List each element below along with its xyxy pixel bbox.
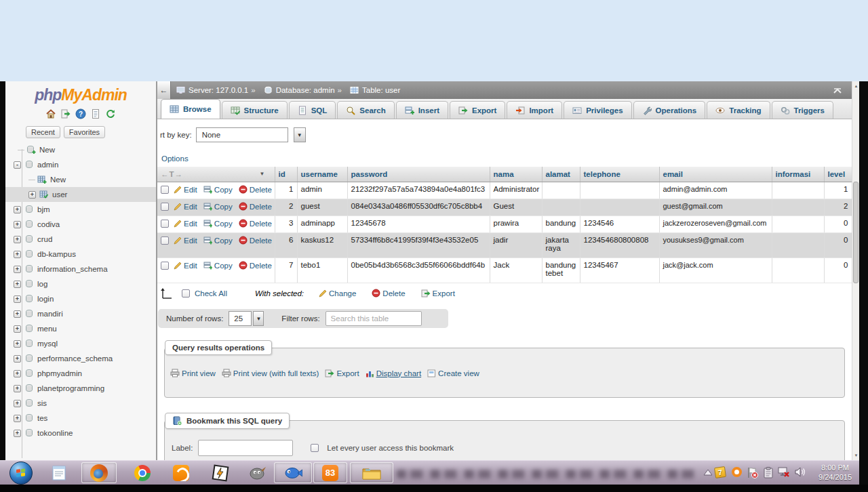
column-header-email[interactable]: email [659,167,772,182]
tab-structure[interactable]: Structure [222,101,288,119]
taskbar-explorer-button[interactable] [350,462,393,483]
reorder-handle-icon[interactable]: ←T→ [161,170,183,178]
row-checkbox[interactable] [161,203,169,211]
change-link[interactable]: Change [319,289,356,298]
number-of-rows-select[interactable]: 25 [229,311,252,326]
favorites-button[interactable]: Favorites [64,126,105,138]
tab-triggers[interactable]: Triggers [772,101,833,119]
tray-clipboard-icon[interactable] [763,467,774,478]
tree-item-db-login[interactable]: +login [5,291,156,306]
expand-expander-icon[interactable]: + [14,325,21,333]
tab-tracking[interactable]: Tracking [707,101,770,119]
tree-item-db-db-kampus[interactable]: +db-kampus [5,247,156,262]
expand-expander-icon[interactable]: + [14,251,21,258]
column-header-informasi[interactable]: informasi [772,167,824,182]
phpmyadmin-logo[interactable]: phpMyAdmin [5,81,156,104]
copy-link[interactable]: Copy [203,220,233,228]
tray-network-icon[interactable] [778,467,790,478]
breadcrumb-server[interactable]: Server: 127.0.0.1 [176,86,248,94]
bookmark-label-input[interactable] [198,440,293,456]
docs-icon[interactable] [90,108,101,119]
column-header-alamat[interactable]: alamat [542,167,580,182]
collapse-panel-icon[interactable] [833,87,842,94]
edit-link[interactable]: Edit [174,186,197,194]
sort-desc-icon[interactable]: ▼ [260,171,265,177]
row-checkbox[interactable] [161,237,169,245]
tree-item-db-codiva[interactable]: +codiva [5,217,156,232]
delete-link[interactable]: Delete [239,237,272,245]
tree-item-db-admin[interactable]: - admin [5,157,156,172]
expand-expander-icon[interactable]: + [14,295,21,303]
expand-expander-icon[interactable]: + [14,355,21,363]
expand-expander-icon[interactable]: + [28,191,36,199]
taskbar-clock[interactable]: 8:00 PM 9/24/2015 [818,463,852,482]
expand-expander-icon[interactable]: + [14,236,21,243]
tree-item-new-table[interactable]: New [5,172,156,187]
browser-scrollbar[interactable]: ▲ ▼ [852,81,859,460]
column-header-level[interactable]: level [824,167,852,182]
export-results-link[interactable]: Export [325,369,359,377]
copy-link[interactable]: Copy [203,262,233,270]
tree-item-db-phpmyadmin[interactable]: +phpmyadmin [5,366,156,381]
breadcrumb-database[interactable]: Database: admin [264,86,335,94]
column-reorder-header[interactable]: ←T→▼ [157,167,275,182]
copy-link[interactable]: Copy [203,237,233,245]
tree-item-db-mandiri[interactable]: +mandiri [5,306,156,321]
create-view-link[interactable]: Create view [427,369,479,377]
expand-expander-icon[interactable]: + [14,370,21,377]
expand-expander-icon[interactable]: + [14,385,21,392]
tray-updater-icon[interactable] [732,467,742,477]
tray-volume-icon[interactable] [795,467,806,477]
print-view-full-texts-link[interactable]: Print view (with full texts) [222,369,319,377]
expand-expander-icon[interactable]: + [14,206,21,213]
tab-insert[interactable]: Insert [396,101,448,119]
taskbar-notepad-button[interactable] [47,462,71,483]
expand-expander-icon[interactable]: + [14,281,21,288]
expand-expander-icon[interactable]: + [14,430,21,437]
filter-rows-input[interactable] [326,311,422,326]
taskbar-xampp-button[interactable]: 83 [313,462,347,483]
tree-item-db-bjm[interactable]: +bjm [5,202,156,217]
expand-expander-icon[interactable]: + [14,221,21,228]
tab-export[interactable]: Export [450,101,505,119]
recent-button[interactable]: Recent [26,126,60,138]
row-checkbox[interactable] [161,186,169,194]
tree-item-db-information-schema[interactable]: +information_schema [5,262,156,276]
tree-item-db-crud[interactable]: +crud [5,232,156,247]
sort-key-select-arrow-icon[interactable]: ▼ [294,127,306,142]
refresh-icon[interactable] [105,108,116,119]
column-header-username[interactable]: username [297,167,347,182]
copy-link[interactable]: Copy [203,186,233,194]
tree-item-db-mysql[interactable]: +mysql [5,336,156,351]
tree-item-db-sis[interactable]: +sis [5,396,156,411]
edit-link[interactable]: Edit [174,220,197,228]
tab-privileges[interactable]: Privileges [564,101,631,119]
delete-link[interactable]: Delete [239,203,272,211]
breadcrumb-table[interactable]: Table: user [350,86,400,94]
check-all-link[interactable]: Check All [195,289,227,298]
edit-link[interactable]: Edit [174,237,197,245]
print-view-link[interactable]: Print view [170,369,216,377]
taskbar-firefox-button[interactable] [81,462,117,483]
column-header-id[interactable]: id [275,167,297,182]
tree-item-table-user[interactable]: + user [5,187,156,202]
expand-expander-icon[interactable]: + [14,310,21,318]
sort-key-select[interactable]: None [196,127,288,142]
scrollbar-thumb[interactable] [853,182,859,283]
tree-item-new-database[interactable]: New [5,142,156,157]
tray-7zip-icon[interactable]: 7 [714,466,726,478]
options-toggle[interactable]: Options [161,155,189,163]
column-header-telephone[interactable]: telephone [580,167,659,182]
delete-link[interactable]: Delete [239,220,272,228]
edit-link[interactable]: Edit [174,203,197,211]
number-of-rows-select-arrow-icon[interactable]: ▼ [253,311,264,326]
taskbar-winamp-button[interactable] [209,462,232,483]
row-checkbox[interactable] [161,262,169,270]
export-selected-link[interactable]: Export [421,289,455,298]
expand-expander-icon[interactable]: + [14,340,21,348]
tab-sql[interactable]: SQL [289,101,336,119]
logout-icon[interactable] [60,108,71,119]
expand-expander-icon[interactable]: + [14,400,21,407]
home-icon[interactable] [45,108,56,119]
display-chart-link[interactable]: Display chart [366,369,421,377]
